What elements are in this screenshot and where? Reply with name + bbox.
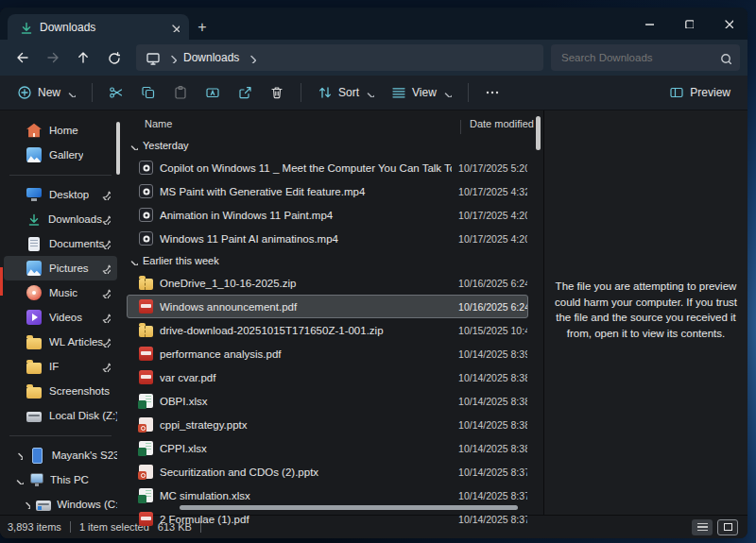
table-row[interactable]: var cvar.pdf 10/14/2025 8:38 (127, 365, 528, 389)
windows-drive-icon (36, 501, 51, 511)
vertical-scrollbar[interactable] (536, 116, 541, 150)
table-row[interactable]: Securitization and CDOs (2).pptx 10/14/2… (127, 460, 528, 484)
group-header[interactable]: Earlier this week (121, 250, 543, 271)
desktop-icon (26, 187, 42, 202)
sort-button[interactable]: Sort (310, 79, 382, 106)
sidebar-item-documents[interactable]: Documents (4, 231, 117, 256)
column-date-modified[interactable]: Date modified (464, 118, 534, 129)
folder-icon (26, 363, 42, 374)
chevron-right-icon[interactable] (21, 500, 30, 509)
share-icon (237, 85, 252, 100)
sidebar-item-gallery[interactable]: Gallery (4, 143, 117, 167)
sidebar-item-if[interactable]: IF (4, 354, 117, 379)
sidebar-item-desktop[interactable]: Desktop (4, 182, 117, 207)
up-button[interactable] (68, 44, 98, 71)
table-row[interactable]: performance analysis.pdf 10/14/2025 8:39 (127, 342, 528, 365)
sidebar-item-videos[interactable]: Videos (4, 305, 117, 330)
maximize-button[interactable] (668, 8, 708, 38)
view-toggles (692, 519, 738, 535)
search-box[interactable] (551, 44, 740, 71)
breadcrumb[interactable]: Downloads (136, 44, 543, 71)
rename-button[interactable] (198, 79, 228, 106)
music-icon (26, 285, 42, 300)
sidebar-item-phone[interactable]: Mayank's S23 (4, 443, 117, 467)
tab-label: Downloads (40, 21, 95, 34)
close-button[interactable] (708, 8, 747, 38)
videos-icon (26, 310, 42, 325)
zip-file-icon (139, 326, 153, 337)
drive-icon (26, 412, 42, 422)
preview-toggle-button[interactable]: Preview (662, 79, 738, 106)
sidebar-item-music[interactable]: Music (4, 280, 117, 305)
sidebar-item-wl-articles[interactable]: WL Articles (4, 330, 117, 354)
sidebar-item-pictures[interactable]: Pictures (4, 256, 117, 280)
table-row[interactable]: drive-download-20251015T171650Z-1-001.zi… (127, 318, 528, 342)
sidebar-item-local-disk-z[interactable]: Local Disk (Z:) (4, 403, 117, 428)
table-row[interactable]: Animation in Windows 11 Paint.mp4 10/17/… (127, 203, 528, 227)
table-row-selected[interactable]: Windows announcement.pdf 10/16/2025 6:24 (127, 295, 528, 318)
refresh-button[interactable] (98, 44, 129, 71)
pdf-file-icon (139, 299, 153, 314)
forward-button[interactable] (38, 44, 68, 71)
pin-icon (100, 239, 111, 249)
preview-warning-message: The file you are attempting to preview c… (554, 279, 738, 342)
delete-button[interactable] (262, 79, 292, 106)
table-row[interactable]: cppi_strategy.pptx 10/14/2025 8:38 (127, 413, 528, 436)
view-button[interactable]: View (384, 79, 459, 106)
chevron-down-icon (66, 88, 76, 97)
search-icon (719, 52, 731, 64)
tab-downloads[interactable]: Downloads (8, 14, 189, 40)
sidebar-item-screenshots[interactable]: Screenshots (4, 379, 117, 403)
chevron-right-icon (166, 53, 177, 63)
excel-file-icon (139, 488, 153, 502)
pdf-file-icon (139, 347, 153, 361)
breadcrumb-location[interactable]: Downloads (183, 51, 239, 64)
pdf-file-icon (139, 370, 153, 384)
sidebar-item-windows-c[interactable]: Windows (C:) (4, 492, 117, 517)
table-row[interactable]: 2 Formulae (1).pdf 10/14/2025 8:37 (127, 507, 528, 531)
group-header[interactable]: Yesterday (121, 135, 543, 156)
items-count: 3,893 items (8, 521, 61, 533)
details-view-button[interactable] (692, 519, 713, 535)
copy-button[interactable] (133, 79, 163, 106)
cut-button[interactable] (101, 79, 131, 106)
table-row[interactable]: CPPI.xlsx 10/14/2025 8:38 (127, 436, 528, 460)
chevron-down-icon (365, 88, 374, 97)
view-lines-icon (391, 85, 406, 100)
sidebar-scrollbar[interactable] (116, 122, 120, 175)
pin-icon (100, 362, 111, 372)
search-input[interactable] (559, 51, 719, 64)
back-button[interactable] (8, 44, 38, 71)
table-row[interactable]: MS Paint with Generative Edit feature.mp… (127, 179, 528, 203)
table-row[interactable]: MC simulation.xlsx 10/14/2025 8:37 (127, 484, 528, 507)
table-row[interactable]: Copilot on Windows 11 _ Meet the Compute… (127, 156, 528, 179)
table-row[interactable]: OBPI.xlsx 10/14/2025 8:38 (127, 389, 528, 413)
this-pc-icon (146, 51, 160, 65)
new-button[interactable]: New (9, 79, 83, 106)
excel-file-icon (139, 394, 153, 408)
paste-button[interactable] (165, 79, 196, 106)
column-name[interactable]: Name (145, 118, 464, 129)
sidebar-item-this-pc[interactable]: This PC (4, 467, 117, 492)
table-row[interactable]: OneDrive_1_10-16-2025.zip 10/16/2025 6:2… (127, 271, 528, 295)
share-button[interactable] (230, 79, 260, 106)
tab-close-icon[interactable] (164, 18, 183, 37)
tab-bar: Downloads + (0, 8, 747, 40)
large-icons-view-button[interactable] (717, 519, 738, 535)
sidebar-item-home[interactable]: Home (4, 118, 117, 143)
rename-icon (205, 85, 220, 100)
mp4-file-icon (139, 184, 153, 198)
chevron-down-icon[interactable] (13, 475, 24, 484)
table-row[interactable]: Windows 11 Paint AI animatinos.mp4 10/17… (127, 227, 528, 250)
sidebar-separator (9, 435, 112, 436)
powerpoint-file-icon (139, 417, 153, 432)
sidebar-item-downloads[interactable]: Downloads (4, 207, 117, 231)
horizontal-scrollbar[interactable] (180, 505, 518, 510)
file-explorer-window: Downloads + Downloads New (0, 8, 747, 538)
toolbar-divider (301, 83, 301, 102)
chevron-right-icon[interactable] (13, 450, 24, 460)
column-headers: Name Date modified (121, 112, 543, 135)
minimize-button[interactable] (628, 8, 668, 38)
new-tab-button[interactable]: + (189, 15, 215, 40)
more-options-button[interactable] (477, 79, 507, 106)
